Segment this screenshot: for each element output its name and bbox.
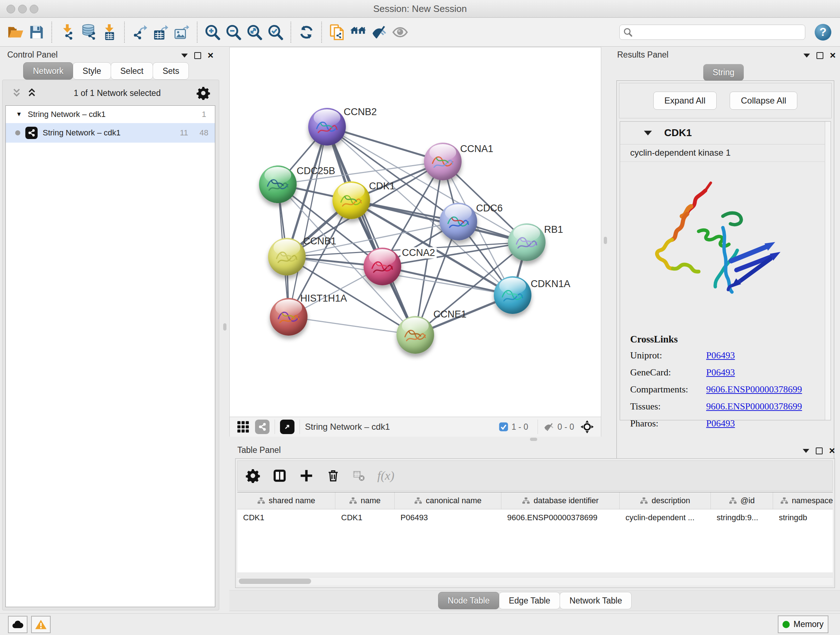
tab-sets[interactable]: Sets — [153, 62, 189, 80]
network-node-cdk1[interactable] — [332, 181, 370, 219]
collapse-all-button[interactable]: Collapse All — [729, 92, 797, 110]
warnings-button[interactable] — [31, 616, 51, 633]
table-cell[interactable]: CDK1 — [237, 509, 335, 526]
control-panel: Control Panel × NetworkStyleSelectSets 1… — [0, 47, 221, 613]
column-header-name[interactable]: name — [335, 492, 395, 509]
table-hscrollbar-thumb[interactable] — [239, 578, 311, 584]
tab-style[interactable]: Style — [73, 62, 111, 80]
panel-menu-icon[interactable] — [803, 449, 809, 453]
create-column-plus-icon[interactable] — [299, 469, 314, 483]
network-node-cdc6[interactable] — [439, 203, 477, 241]
splitter-handle[interactable] — [604, 237, 607, 244]
results-scrollbar[interactable] — [825, 122, 831, 420]
export-network-button[interactable] — [129, 21, 150, 43]
panel-close-icon[interactable]: × — [208, 52, 213, 59]
tab-network-table[interactable]: Network Table — [560, 592, 632, 609]
cloud-status-button[interactable] — [8, 616, 27, 633]
table-cell[interactable]: cyclin-dependent ... — [620, 509, 711, 526]
detach-view-icon[interactable] — [280, 420, 294, 434]
panel-menu-icon[interactable] — [804, 54, 810, 57]
column-header-canonicalname[interactable]: canonical name — [395, 492, 501, 509]
crosslink-link[interactable]: P06493 — [706, 418, 735, 429]
network-node-ccne1[interactable] — [396, 316, 434, 354]
export-image-button[interactable] — [172, 21, 193, 43]
crosslink-link[interactable]: 9606.ENSP00000378699 — [706, 401, 802, 412]
column-header-namespace[interactable]: namespace — [773, 492, 833, 509]
fit-content-icon — [246, 24, 263, 41]
panel-float-icon[interactable] — [194, 52, 201, 59]
show-all-button[interactable] — [390, 21, 411, 43]
network-node-ccna1[interactable] — [424, 143, 462, 180]
crosslink-link[interactable]: P06493 — [706, 367, 735, 378]
panel-close-icon[interactable]: × — [829, 447, 835, 454]
panel-close-icon[interactable]: × — [830, 52, 836, 59]
network-node-rb1[interactable] — [508, 223, 546, 261]
tab-node-table[interactable]: Node Table — [438, 592, 500, 609]
table-cell[interactable]: CDK1 — [335, 509, 395, 526]
tab-select[interactable]: Select — [111, 62, 153, 80]
tab-edge-table[interactable]: Edge Table — [499, 592, 560, 609]
network-node-cdkn1a[interactable] — [494, 276, 531, 314]
import-network-database-button[interactable] — [78, 21, 99, 43]
table-cell[interactable]: stringdb:9... — [711, 509, 773, 526]
first-neighbors-button[interactable] — [347, 21, 369, 43]
zoom-in-button[interactable] — [202, 21, 223, 43]
help-button[interactable]: ? — [815, 24, 831, 41]
tab-network[interactable]: Network — [23, 62, 73, 80]
network-options-gear-icon[interactable] — [196, 86, 210, 100]
collapse-section-icon[interactable] — [644, 131, 652, 135]
fit-content-button[interactable] — [244, 21, 265, 43]
network-node-cdc25b[interactable] — [259, 165, 297, 203]
table-hscrollbar[interactable] — [237, 577, 833, 585]
import-network-file-button[interactable] — [57, 21, 78, 43]
hide-selected-button[interactable] — [369, 21, 390, 43]
network-canvas[interactable]: CCNB2CCNA1CDC25BCDK1CDC6RB1CCNB1CCNA2CDK… — [230, 48, 601, 417]
save-session-button[interactable] — [26, 21, 47, 43]
splitter-handle[interactable] — [530, 438, 537, 441]
import-table-file-button[interactable] — [99, 21, 120, 43]
table-row[interactable]: CDK1CDK1P064939606.ENSP00000378699cyclin… — [237, 509, 833, 526]
expand-all-networks-icon[interactable] — [26, 88, 38, 98]
network-view-badge-icon[interactable] — [255, 420, 270, 434]
network-edge[interactable] — [289, 127, 327, 317]
table-cell[interactable]: 9606.ENSP00000378699 — [501, 509, 620, 526]
collapse-all-networks-icon[interactable] — [11, 88, 23, 98]
network-node-ccnb2[interactable] — [308, 108, 346, 146]
hidden-eye-icon[interactable] — [543, 421, 554, 432]
network-row[interactable]: String Network – cdk1 11 48 — [6, 123, 215, 143]
network-collection-row[interactable]: ▼ String Network – cdk1 1 — [6, 106, 215, 123]
network-node-ccnb1[interactable] — [268, 238, 306, 276]
copy-style-button[interactable] — [327, 21, 347, 43]
crosslink-link[interactable]: 9606.ENSP00000378699 — [706, 384, 802, 395]
expand-all-button[interactable]: Expand All — [653, 92, 717, 110]
panel-float-icon[interactable] — [816, 448, 823, 454]
table-options-gear-icon[interactable] — [246, 469, 260, 483]
open-session-button[interactable] — [5, 21, 26, 43]
column-header-sharedname[interactable]: shared name — [237, 492, 335, 509]
zoom-selected-button[interactable] — [265, 21, 286, 43]
table-cell[interactable]: stringdb — [773, 509, 833, 526]
selected-checkbox-icon[interactable] — [499, 422, 508, 432]
splitter-handle[interactable] — [223, 323, 226, 331]
search-field[interactable] — [619, 25, 805, 40]
delete-column-trash-icon[interactable] — [326, 469, 340, 483]
column-header-description[interactable]: description — [620, 492, 711, 509]
birdseye-icon[interactable] — [580, 420, 594, 434]
crosslink-link[interactable]: P06493 — [706, 350, 735, 361]
column-header-id[interactable]: @id — [711, 492, 773, 509]
table-cell[interactable]: P06493 — [395, 509, 501, 526]
attribute-icon — [640, 497, 648, 504]
search-input[interactable] — [636, 27, 801, 37]
collection-expander-icon[interactable]: ▼ — [16, 111, 22, 118]
grid-view-icon[interactable] — [236, 420, 250, 434]
panel-float-icon[interactable] — [816, 52, 823, 59]
column-header-databaseidentifier[interactable]: database identifier — [501, 492, 620, 509]
zoom-out-button[interactable] — [223, 21, 244, 43]
panel-menu-icon[interactable] — [181, 54, 188, 57]
memory-button[interactable]: Memory — [778, 616, 829, 633]
export-table-button[interactable] — [150, 21, 172, 43]
show-columns-icon[interactable] — [272, 469, 287, 483]
refresh-view-button[interactable] — [296, 21, 317, 43]
tab-string[interactable]: String — [703, 64, 744, 81]
network-node-ccna2[interactable] — [363, 248, 401, 285]
